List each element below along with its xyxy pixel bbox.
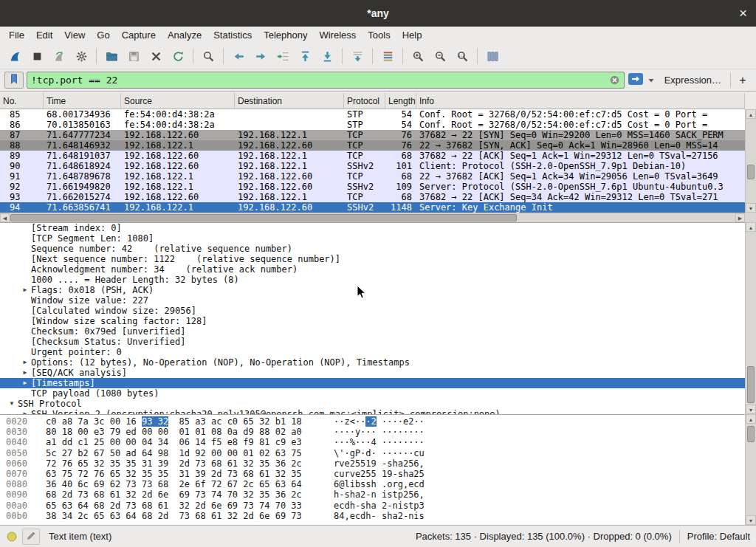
expand-right-icon[interactable]: ▶ bbox=[19, 409, 31, 414]
column-header-protocol[interactable]: Protocol bbox=[344, 93, 385, 109]
column-header-time[interactable]: Time bbox=[44, 93, 121, 109]
packet-row-88[interactable]: 8871.648146932192.168.122.1192.168.122.6… bbox=[0, 140, 745, 151]
go-forward-button[interactable] bbox=[250, 46, 272, 66]
detail-line[interactable]: Sequence number: 42 (relative sequence n… bbox=[0, 244, 745, 254]
hex-row-0050[interactable]: 00505c 27 b2 67 50 ad 64 98 1d 92 00 00 … bbox=[0, 448, 745, 458]
menu-tools[interactable]: Tools bbox=[362, 28, 396, 42]
capture-comment-button[interactable] bbox=[22, 529, 40, 545]
scroll-up-icon[interactable]: ▲ bbox=[746, 109, 756, 119]
bytes-vscrollbar[interactable]: ▲ ▼ bbox=[745, 414, 756, 525]
detail-line[interactable]: ▶SSH Version 2 (encryption:chacha20-poly… bbox=[0, 409, 745, 414]
column-header-length[interactable]: Length bbox=[385, 93, 416, 109]
filter-bookmark-button[interactable] bbox=[4, 72, 24, 89]
expand-right-icon[interactable]: ▶ bbox=[19, 368, 31, 378]
expand-right-icon[interactable]: ▶ bbox=[19, 378, 31, 388]
column-header-destination[interactable]: Destination bbox=[235, 93, 344, 109]
packet-list-hscroll-thumb[interactable] bbox=[10, 214, 517, 221]
stop-capture-button[interactable] bbox=[26, 46, 48, 66]
detail-line[interactable]: Window size value: 227 bbox=[0, 295, 745, 306]
hex-row-0020[interactable]: 0020c0 a8 7a 3c 00 16 93 32 85 a3 ac c0 … bbox=[0, 416, 745, 427]
scroll-down-icon[interactable]: ▼ bbox=[746, 405, 756, 414]
packet-row-93[interactable]: 9371.662015274192.168.122.60192.168.122.… bbox=[0, 192, 745, 202]
filter-add-button[interactable]: + bbox=[734, 74, 752, 87]
display-filter-input[interactable]: !tcp.port == 22 bbox=[27, 72, 625, 89]
hex-row-0080[interactable]: 008036 40 6c 69 62 73 73 68 2e 6f 72 67 … bbox=[0, 479, 745, 489]
packet-row-85[interactable]: 8568.001734936fe:54:00:d4:38:2aSTP54Conf… bbox=[0, 109, 745, 120]
menu-go[interactable]: Go bbox=[91, 28, 115, 42]
detail-line[interactable]: ▼SSH Protocol bbox=[0, 399, 745, 409]
scroll-left-icon[interactable]: ◀ bbox=[0, 213, 10, 222]
menu-wireless[interactable]: Wireless bbox=[313, 28, 362, 42]
scroll-right-icon[interactable]: ▶ bbox=[735, 213, 745, 222]
bytes-vscroll-thumb[interactable] bbox=[747, 426, 755, 442]
detail-line[interactable]: Checksum: 0x79ed [unverified] bbox=[0, 326, 745, 337]
hex-row-0040[interactable]: 0040a1 dd c1 25 00 00 04 34 06 14 f5 e8 … bbox=[0, 437, 745, 447]
column-header-source[interactable]: Source bbox=[121, 93, 235, 109]
detail-line[interactable]: [TCP Segment Len: 1080] bbox=[0, 233, 745, 244]
auto-scroll-button[interactable] bbox=[346, 46, 368, 66]
hex-row-0030[interactable]: 003080 18 00 e3 79 ed 00 00 01 01 08 0a … bbox=[0, 427, 745, 437]
hex-row-00b0[interactable]: 00b038 34 2c 65 63 64 68 2d 73 68 61 32 … bbox=[0, 511, 745, 521]
detail-line[interactable]: [Calculated window size: 29056] bbox=[0, 306, 745, 316]
zoom-in-button[interactable] bbox=[407, 46, 429, 66]
restart-capture-button[interactable] bbox=[48, 46, 70, 66]
menu-file[interactable]: File bbox=[3, 28, 30, 42]
filter-apply-button[interactable] bbox=[628, 72, 644, 89]
hex-row-0090[interactable]: 009068 2d 73 68 61 32 2d 6e 69 73 74 70 … bbox=[0, 489, 745, 500]
column-header-info[interactable]: Info bbox=[416, 93, 745, 109]
hex-row-00a0[interactable]: 00a065 63 64 68 2d 73 68 61 32 2d 6e 69 … bbox=[0, 500, 745, 511]
detail-line[interactable]: [Checksum Status: Unverified] bbox=[0, 337, 745, 347]
expression-button[interactable]: Expression… bbox=[659, 75, 727, 86]
packet-list-vscrollbar[interactable]: ▲ ▼ bbox=[745, 109, 756, 213]
go-back-button[interactable] bbox=[227, 46, 250, 66]
save-file-button[interactable] bbox=[123, 46, 145, 66]
packet-row-86[interactable]: 8670.013850163fe:54:00:d4:38:2aSTP54Conf… bbox=[0, 120, 745, 130]
find-packet-button[interactable] bbox=[197, 46, 219, 66]
packet-row-87[interactable]: 8771.647777234192.168.122.60192.168.122.… bbox=[0, 130, 745, 140]
detail-line[interactable]: ▶Options: (12 bytes), No-Operation (NOP)… bbox=[0, 357, 745, 368]
expert-info-icon[interactable] bbox=[6, 531, 18, 543]
packet-row-91[interactable]: 9171.648789678192.168.122.1192.168.122.6… bbox=[0, 171, 745, 182]
detail-line[interactable]: Urgent pointer: 0 bbox=[0, 347, 745, 357]
go-to-packet-button[interactable] bbox=[272, 46, 294, 66]
detail-vscroll-thumb[interactable] bbox=[747, 366, 755, 403]
hex-row-0070[interactable]: 007063 75 72 76 65 32 35 35 31 39 2d 73 … bbox=[0, 469, 745, 479]
expand-right-icon[interactable]: ▶ bbox=[19, 285, 31, 295]
zoom-reset-button[interactable]: 1:1 bbox=[451, 46, 473, 66]
detail-vscrollbar[interactable]: ▲ ▼ bbox=[745, 222, 756, 414]
menu-capture[interactable]: Capture bbox=[116, 28, 162, 42]
scroll-down-icon[interactable]: ▼ bbox=[746, 515, 756, 525]
reload-button[interactable] bbox=[167, 46, 189, 66]
filter-clear-icon[interactable] bbox=[609, 75, 620, 86]
detail-line[interactable]: TCP payload (1080 bytes) bbox=[0, 388, 745, 399]
scroll-down-icon[interactable]: ▼ bbox=[746, 203, 756, 213]
packet-row-92[interactable]: 9271.661949820192.168.122.1192.168.122.6… bbox=[0, 182, 745, 192]
packet-list-hscrollbar[interactable]: ◀ ▶ bbox=[0, 213, 745, 222]
capture-options-button[interactable] bbox=[70, 46, 92, 66]
menu-telephony[interactable]: Telephony bbox=[258, 28, 313, 42]
close-file-button[interactable] bbox=[145, 46, 167, 66]
menu-view[interactable]: View bbox=[58, 28, 91, 42]
scroll-up-icon[interactable]: ▲ bbox=[746, 414, 756, 424]
status-profile[interactable]: Profile: Default bbox=[687, 531, 750, 542]
menu-analyze[interactable]: Analyze bbox=[162, 28, 207, 42]
detail-line[interactable]: Acknowledgment number: 34 (relative ack … bbox=[0, 264, 745, 275]
open-file-button[interactable] bbox=[100, 46, 123, 66]
start-capture-button[interactable] bbox=[4, 46, 26, 66]
filter-dropdown-icon[interactable] bbox=[647, 76, 656, 85]
menu-help[interactable]: Help bbox=[396, 28, 428, 42]
hex-row-0060[interactable]: 006072 76 65 32 35 35 31 39 2d 73 68 61 … bbox=[0, 458, 745, 469]
resize-columns-button[interactable] bbox=[481, 46, 504, 66]
packet-row-90[interactable]: 9071.648618924192.168.122.60192.168.122.… bbox=[0, 161, 745, 171]
window-close-button[interactable]: × bbox=[739, 0, 747, 27]
detail-line[interactable]: [Window size scaling factor: 128] bbox=[0, 316, 745, 326]
colorize-button[interactable] bbox=[377, 46, 399, 66]
go-last-button[interactable] bbox=[316, 46, 338, 66]
detail-line[interactable]: ▶[SEQ/ACK analysis] bbox=[0, 368, 745, 378]
detail-line[interactable]: ▶Flags: 0x018 (PSH, ACK) bbox=[0, 285, 745, 295]
detail-line[interactable]: [Next sequence number: 1122 (relative se… bbox=[0, 254, 745, 264]
zoom-out-button[interactable] bbox=[429, 46, 451, 66]
column-header-no[interactable]: No. bbox=[0, 93, 44, 109]
packet-list-vscroll-thumb[interactable] bbox=[747, 165, 755, 179]
expand-right-icon[interactable]: ▶ bbox=[19, 357, 31, 368]
